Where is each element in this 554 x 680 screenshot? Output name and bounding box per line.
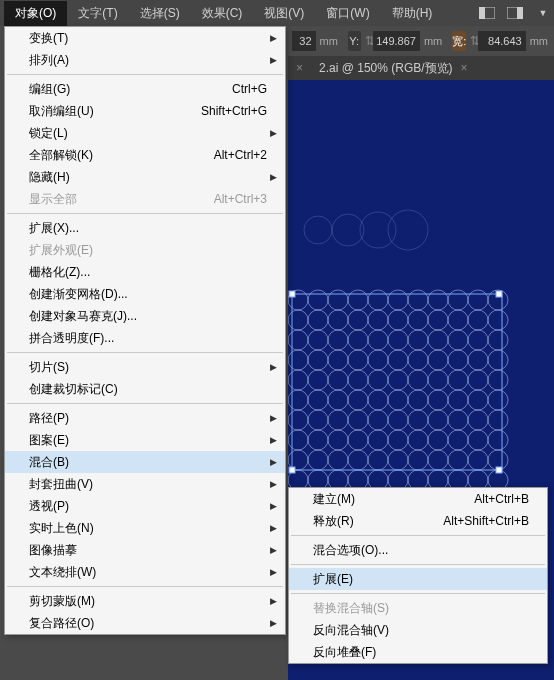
tab-2[interactable]: 2.ai @ 150% (RGB/预览)× xyxy=(311,56,476,80)
object-menu-item-25[interactable]: 实时上色(N)▶ xyxy=(5,517,285,539)
object-menu-item-10[interactable]: 扩展(X)... xyxy=(5,217,285,239)
layout2-icon[interactable] xyxy=(504,2,526,24)
object-menu-item-17[interactable]: 切片(S)▶ xyxy=(5,356,285,378)
menu-item-label: 反向混合轴(V) xyxy=(313,622,389,639)
menu-item-label: 拼合透明度(F)... xyxy=(29,330,114,347)
menu-text[interactable]: 文字(T) xyxy=(67,1,128,26)
blend-menu-item-0[interactable]: 建立(M)Alt+Ctrl+B xyxy=(289,488,547,510)
object-menu-item-21[interactable]: 图案(E)▶ xyxy=(5,429,285,451)
submenu-arrow-icon: ▶ xyxy=(270,596,277,606)
svg-point-222 xyxy=(360,212,396,248)
close-tab-icon[interactable]: × xyxy=(296,61,303,75)
menu-item-label: 扩展(X)... xyxy=(29,220,79,237)
svg-point-223 xyxy=(388,210,428,250)
blend-menu-item-3[interactable]: 混合选项(O)... xyxy=(289,539,547,561)
menu-item-label: 显示全部 xyxy=(29,191,77,208)
object-menu-item-24[interactable]: 透视(P)▶ xyxy=(5,495,285,517)
object-menu-item-11: 扩展外观(E) xyxy=(5,239,285,261)
svg-rect-227 xyxy=(289,467,295,473)
menu-item-label: 隐藏(H) xyxy=(29,169,70,186)
w-value[interactable]: 84.643 xyxy=(478,31,525,51)
submenu-arrow-icon: ▶ xyxy=(270,172,277,182)
w-unit: mm xyxy=(530,35,548,47)
menu-item-label: 全部解锁(K) xyxy=(29,147,93,164)
object-menu-item-0[interactable]: 变换(T)▶ xyxy=(5,27,285,49)
blend-menu-item-1[interactable]: 释放(R)Alt+Shift+Ctrl+B xyxy=(289,510,547,532)
submenu-arrow-icon: ▶ xyxy=(270,362,277,372)
menu-item-label: 创建裁切标记(C) xyxy=(29,381,118,398)
y-label: Y: xyxy=(348,31,361,51)
menu-object[interactable]: 对象(O) xyxy=(4,1,67,26)
menu-item-label: 路径(P) xyxy=(29,410,69,427)
x-value[interactable]: 32 xyxy=(292,31,316,51)
object-menu-item-18[interactable]: 创建裁切标记(C) xyxy=(5,378,285,400)
object-menu-item-8: 显示全部Alt+Ctrl+3 xyxy=(5,188,285,210)
object-menu-item-20[interactable]: 路径(P)▶ xyxy=(5,407,285,429)
shortcut: Alt+Shift+Ctrl+B xyxy=(443,514,529,528)
x-unit: mm xyxy=(320,35,338,47)
svg-point-220 xyxy=(304,216,332,244)
layout-icon[interactable] xyxy=(476,2,498,24)
object-menu-item-1[interactable]: 排列(A)▶ xyxy=(5,49,285,71)
object-menu-item-26[interactable]: 图像描摹▶ xyxy=(5,539,285,561)
menu-item-label: 创建渐变网格(D)... xyxy=(29,286,128,303)
svg-rect-1 xyxy=(479,7,485,19)
menu-select[interactable]: 选择(S) xyxy=(129,1,191,26)
dropdown-icon[interactable]: ▼ xyxy=(532,2,554,24)
menu-item-label: 封套扭曲(V) xyxy=(29,476,93,493)
tab-label: 2.ai @ 150% (RGB/预览) xyxy=(319,60,453,77)
object-menu-item-29[interactable]: 剪切蒙版(M)▶ xyxy=(5,590,285,612)
menu-help[interactable]: 帮助(H) xyxy=(381,1,444,26)
menu-view[interactable]: 视图(V) xyxy=(253,1,315,26)
svg-point-221 xyxy=(332,214,364,246)
object-menu-item-23[interactable]: 封套扭曲(V)▶ xyxy=(5,473,285,495)
shortcut: Alt+Ctrl+2 xyxy=(214,148,267,162)
blend-menu-item-9[interactable]: 反向堆叠(F) xyxy=(289,641,547,663)
svg-rect-224 xyxy=(292,294,502,470)
shortcut: Alt+Ctrl+B xyxy=(474,492,529,506)
object-menu-item-13[interactable]: 创建渐变网格(D)... xyxy=(5,283,285,305)
object-menu-item-15[interactable]: 拼合透明度(F)... xyxy=(5,327,285,349)
object-menu-item-27[interactable]: 文本绕排(W)▶ xyxy=(5,561,285,583)
submenu-arrow-icon: ▶ xyxy=(270,567,277,577)
menu-item-label: 图案(E) xyxy=(29,432,69,449)
submenu-arrow-icon: ▶ xyxy=(270,435,277,445)
submenu-arrow-icon: ▶ xyxy=(270,501,277,511)
object-menu-item-4[interactable]: 取消编组(U)Shift+Ctrl+G xyxy=(5,100,285,122)
y-value[interactable]: 149.867 xyxy=(373,31,420,51)
menu-item-label: 复合路径(O) xyxy=(29,615,94,632)
blend-menu-item-8[interactable]: 反向混合轴(V) xyxy=(289,619,547,641)
object-menu-item-6[interactable]: 全部解锁(K)Alt+Ctrl+2 xyxy=(5,144,285,166)
object-menu-item-5[interactable]: 锁定(L)▶ xyxy=(5,122,285,144)
blend-menu-item-5[interactable]: 扩展(E) xyxy=(289,568,547,590)
tab-1[interactable]: × xyxy=(288,56,311,80)
menu-item-label: 透视(P) xyxy=(29,498,69,515)
menu-window[interactable]: 窗口(W) xyxy=(315,1,380,26)
submenu-arrow-icon: ▶ xyxy=(270,545,277,555)
svg-rect-225 xyxy=(289,291,295,297)
tabbar: × 2.ai @ 150% (RGB/预览)× xyxy=(288,56,554,80)
object-menu-item-7[interactable]: 隐藏(H)▶ xyxy=(5,166,285,188)
submenu-arrow-icon: ▶ xyxy=(270,479,277,489)
submenu-arrow-icon: ▶ xyxy=(270,618,277,628)
submenu-arrow-icon: ▶ xyxy=(270,523,277,533)
menu-item-label: 替换混合轴(S) xyxy=(313,600,389,617)
object-menu: 变换(T)▶排列(A)▶编组(G)Ctrl+G取消编组(U)Shift+Ctrl… xyxy=(4,26,286,635)
object-menu-item-3[interactable]: 编组(G)Ctrl+G xyxy=(5,78,285,100)
menu-effect[interactable]: 效果(C) xyxy=(191,1,254,26)
menu-item-label: 剪切蒙版(M) xyxy=(29,593,95,610)
object-menu-item-12[interactable]: 栅格化(Z)... xyxy=(5,261,285,283)
menu-item-label: 反向堆叠(F) xyxy=(313,644,376,661)
menu-item-label: 取消编组(U) xyxy=(29,103,94,120)
close-tab-icon[interactable]: × xyxy=(461,61,468,75)
object-menu-item-22[interactable]: 混合(B)▶ xyxy=(5,451,285,473)
submenu-arrow-icon: ▶ xyxy=(270,457,277,467)
blend-submenu: 建立(M)Alt+Ctrl+B释放(R)Alt+Shift+Ctrl+B混合选项… xyxy=(288,487,548,664)
menu-item-label: 变换(T) xyxy=(29,30,68,47)
submenu-arrow-icon: ▶ xyxy=(270,33,277,43)
submenu-arrow-icon: ▶ xyxy=(270,128,277,138)
object-menu-item-30[interactable]: 复合路径(O)▶ xyxy=(5,612,285,634)
menu-item-label: 文本绕排(W) xyxy=(29,564,96,581)
object-menu-item-14[interactable]: 创建对象马赛克(J)... xyxy=(5,305,285,327)
menu-item-label: 扩展(E) xyxy=(313,571,353,588)
